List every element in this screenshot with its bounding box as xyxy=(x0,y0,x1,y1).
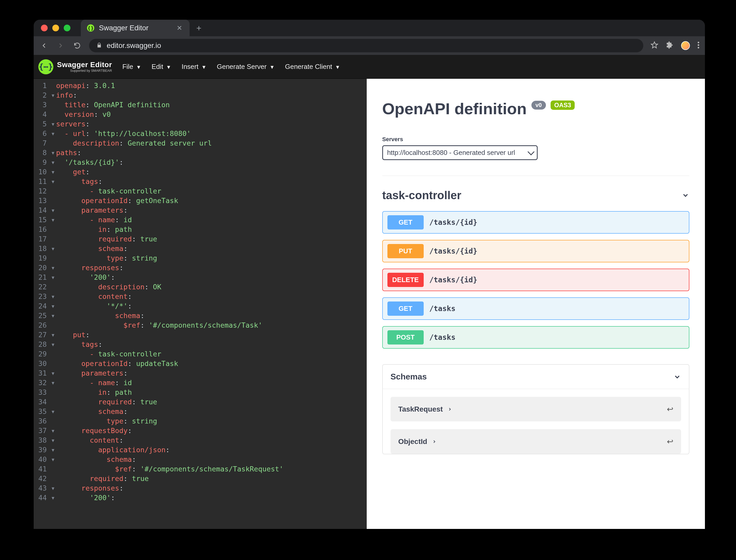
profile-avatar[interactable] xyxy=(681,41,690,50)
oas-badge: OAS3 xyxy=(550,100,575,110)
schema-name-text: ObjectId xyxy=(398,437,427,446)
operation-get-3[interactable]: GET/tasks xyxy=(382,297,689,320)
schema-item-objectid[interactable]: ObjectId↩ xyxy=(390,429,681,454)
extensions-icon[interactable] xyxy=(666,41,673,50)
url-text: editor.swagger.io xyxy=(107,41,161,50)
menu-generate-client[interactable]: Generate Client ▼ xyxy=(285,63,340,71)
window-controls xyxy=(38,25,70,31)
menu-insert[interactable]: Insert ▼ xyxy=(182,63,206,71)
operation-path: /tasks/{id} xyxy=(429,276,477,284)
browser-tab[interactable]: { } Swagger Editor ✕ xyxy=(81,20,190,36)
tag-title: task-controller xyxy=(382,189,461,202)
app: {⋯} Swagger Editor Supported by SMARTBEA… xyxy=(34,55,705,529)
minimize-window-button[interactable] xyxy=(52,25,59,31)
code-area[interactable]: openapi: 3.0.1▾info: title: OpenAPI defi… xyxy=(51,79,284,529)
operation-path: /tasks/{id} xyxy=(429,218,477,227)
swagger-logo: {⋯} Swagger Editor Supported by SMARTBEA… xyxy=(38,59,112,74)
svg-point-2 xyxy=(698,47,699,48)
schemas-panel: Schemas TaskRequest↩ObjectId↩ xyxy=(382,364,689,454)
method-badge: GET xyxy=(387,215,424,229)
split-view: 1234567891011121314151617181920212223242… xyxy=(34,79,705,529)
method-badge: GET xyxy=(387,301,424,316)
method-badge: PUT xyxy=(387,244,424,258)
reload-button[interactable] xyxy=(73,41,82,50)
version-badge: v0 xyxy=(531,101,546,110)
address-bar[interactable]: editor.swagger.io xyxy=(89,39,643,52)
svg-point-0 xyxy=(698,42,699,43)
tag-section: task-controller GET/tasks/{id}PUT/tasks/… xyxy=(382,176,689,454)
browser-window: { } Swagger Editor ✕ + editor.swagger.io… xyxy=(34,20,705,529)
swagger-ui[interactable]: OpenAPI definition v0 OAS3 Servers http:… xyxy=(367,79,705,529)
operation-path: /tasks/{id} xyxy=(429,247,477,255)
toolbar-right xyxy=(651,41,699,50)
chevron-right-icon xyxy=(447,405,452,413)
new-tab-button[interactable]: + xyxy=(196,23,202,33)
servers-label: Servers xyxy=(382,136,689,143)
chevron-down-icon xyxy=(682,191,689,199)
bookmark-star-icon[interactable] xyxy=(651,41,658,50)
toolbar: editor.swagger.io xyxy=(34,36,705,55)
schemas-title: Schemas xyxy=(390,372,427,382)
back-button[interactable] xyxy=(39,41,49,50)
brand-name: Swagger Editor xyxy=(57,61,112,68)
expand-icon: ↩ xyxy=(667,405,673,414)
schema-item-taskrequest[interactable]: TaskRequest↩ xyxy=(390,397,681,421)
forward-button[interactable] xyxy=(56,41,65,50)
close-window-button[interactable] xyxy=(41,25,48,31)
menu-generate-server[interactable]: Generate Server ▼ xyxy=(217,63,275,71)
app-topbar: {⋯} Swagger Editor Supported by SMARTBEA… xyxy=(34,55,705,79)
brand-sub: Supported by SMARTBEAR xyxy=(57,69,112,72)
line-gutter: 1234567891011121314151617181920212223242… xyxy=(34,79,51,529)
operation-post-4[interactable]: POST/tasks xyxy=(382,326,689,349)
servers-select[interactable]: http://localhost:8080 - Generated server… xyxy=(382,145,538,160)
tag-header[interactable]: task-controller xyxy=(382,189,689,211)
swagger-logo-icon: {⋯} xyxy=(38,59,53,74)
api-title: OpenAPI definition xyxy=(382,99,527,118)
operation-path: /tasks xyxy=(429,333,455,342)
menu-edit[interactable]: Edit ▼ xyxy=(152,63,171,71)
schema-name-text: TaskRequest xyxy=(398,405,443,413)
maximize-window-button[interactable] xyxy=(64,25,70,31)
operation-get-0[interactable]: GET/tasks/{id} xyxy=(382,211,689,234)
expand-icon: ↩ xyxy=(667,437,673,446)
operation-path: /tasks xyxy=(429,304,455,313)
tab-close-icon[interactable]: ✕ xyxy=(177,24,182,32)
method-badge: DELETE xyxy=(387,273,424,287)
tab-title: Swagger Editor xyxy=(99,24,148,32)
yaml-editor[interactable]: 1234567891011121314151617181920212223242… xyxy=(34,79,367,529)
operations-list: GET/tasks/{id}PUT/tasks/{id}DELETE/tasks… xyxy=(382,211,689,349)
swagger-favicon-icon: { } xyxy=(87,24,94,32)
operation-delete-2[interactable]: DELETE/tasks/{id} xyxy=(382,269,689,291)
api-title-row: OpenAPI definition v0 OAS3 xyxy=(382,99,689,118)
schemas-header[interactable]: Schemas xyxy=(383,365,689,389)
chevron-right-icon xyxy=(432,437,436,446)
browser-menu-icon[interactable] xyxy=(698,42,699,49)
menu-file[interactable]: File ▼ xyxy=(122,63,141,71)
chevron-down-icon xyxy=(673,373,681,381)
method-badge: POST xyxy=(387,330,424,344)
titlebar: { } Swagger Editor ✕ + xyxy=(34,20,705,36)
operation-put-1[interactable]: PUT/tasks/{id} xyxy=(382,240,689,262)
lock-icon xyxy=(96,41,102,50)
menu-bar: File ▼ Edit ▼ Insert ▼ Generate Server ▼… xyxy=(122,63,340,71)
svg-point-1 xyxy=(698,44,699,46)
